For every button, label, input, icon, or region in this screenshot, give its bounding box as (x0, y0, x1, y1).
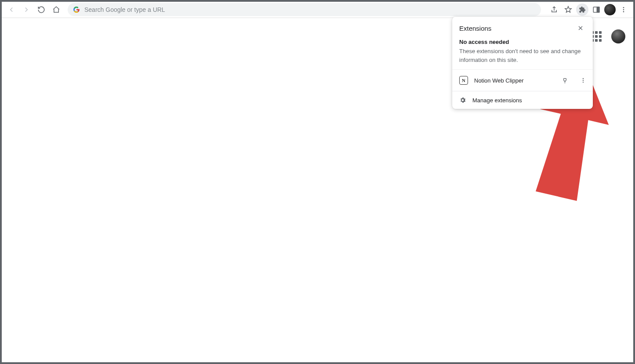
profile-avatar[interactable] (604, 4, 616, 15)
svg-rect-1 (597, 7, 599, 12)
svg-point-7 (583, 82, 584, 83)
svg-point-5 (583, 78, 584, 79)
home-button[interactable] (50, 4, 62, 16)
notion-icon: N (459, 76, 468, 85)
popup-section-title: No access needed (459, 39, 586, 45)
reload-button[interactable] (35, 4, 47, 16)
sidepanel-button[interactable] (590, 4, 602, 16)
svg-point-4 (623, 11, 624, 12)
svg-point-6 (583, 80, 584, 81)
back-button[interactable] (5, 4, 18, 16)
extensions-button[interactable] (576, 4, 588, 16)
address-bar[interactable] (68, 3, 541, 16)
popup-section-desc: These extensions don't need to see and c… (459, 47, 586, 64)
extension-more-button[interactable] (577, 74, 589, 86)
forward-button[interactable] (20, 4, 33, 16)
browser-toolbar (2, 2, 633, 18)
svg-point-3 (623, 9, 624, 11)
extensions-popup: Extensions No access needed These extens… (452, 17, 593, 109)
chrome-menu-button[interactable] (617, 4, 630, 16)
popup-close-button[interactable] (575, 23, 586, 33)
manage-extensions-label: Manage extensions (472, 97, 522, 104)
google-account-avatar[interactable] (611, 29, 625, 43)
extension-row[interactable]: N Notion Web Clipper (452, 69, 593, 91)
manage-extensions-button[interactable]: Manage extensions (452, 91, 593, 109)
pin-extension-button[interactable] (559, 74, 571, 86)
bookmark-button[interactable] (562, 4, 574, 16)
gear-icon (459, 97, 466, 104)
share-button[interactable] (548, 4, 560, 16)
svg-point-2 (623, 7, 624, 8)
search-input[interactable] (84, 6, 536, 13)
extension-name: Notion Web Clipper (474, 77, 552, 84)
google-g-icon (73, 6, 80, 13)
popup-title: Extensions (459, 25, 491, 32)
